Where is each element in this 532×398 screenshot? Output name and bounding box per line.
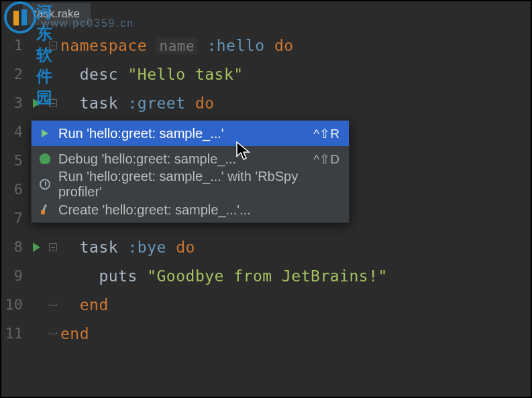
code-text: end: [60, 296, 531, 314]
run-icon: [37, 129, 53, 137]
gutter-run-icon[interactable]: [27, 98, 46, 108]
run-context-menu[interactable]: Run 'hello:greet: sample_...'^⇧RDebug 'h…: [31, 120, 350, 223]
create-icon: [37, 204, 53, 215]
code-text: task :greet do: [60, 94, 531, 112]
line-number: 6: [1, 181, 27, 198]
fold-marker[interactable]: [46, 304, 60, 306]
line-number: 3: [1, 94, 27, 111]
fold-marker[interactable]: [46, 99, 60, 107]
code-line[interactable]: 3 task :greet do: [1, 88, 531, 117]
line-number: 7: [1, 210, 27, 226]
line-number: 5: [1, 152, 27, 169]
code-line[interactable]: 11end: [1, 319, 531, 348]
fold-marker[interactable]: [46, 243, 60, 251]
debug-icon: [37, 153, 53, 164]
line-number: 8: [1, 239, 27, 255]
editor-tab[interactable]: task.rake: [23, 3, 91, 25]
menu-item-shortcut: ^⇧D: [313, 151, 339, 167]
menu-item-debug[interactable]: Debug 'hello:greet: sample_...'^⇧D: [32, 146, 349, 172]
fold-marker[interactable]: [46, 332, 60, 334]
code-text: namespace name :hello do: [60, 37, 531, 54]
code-text: desc "Hello task": [60, 66, 531, 83]
code-text: task :bye do: [60, 239, 531, 256]
line-number: 9: [1, 267, 27, 284]
menu-item-label: Run 'hello:greet: sample_...': [53, 126, 313, 141]
gutter-run-icon[interactable]: [27, 243, 46, 252]
menu-item-create[interactable]: Create 'hello:greet: sample_...'...: [32, 197, 349, 222]
editor-tab-label: task.rake: [34, 7, 80, 20]
code-line[interactable]: 10 end: [1, 290, 531, 319]
line-number: 10: [1, 296, 27, 313]
menu-item-label: Debug 'hello:greet: sample_...': [53, 151, 313, 167]
code-line[interactable]: 8 task :bye do: [1, 233, 531, 261]
menu-item-label: Run 'hello:greet: sample_...' with 'RbSp…: [53, 169, 339, 200]
svg-rect-1: [13, 11, 19, 25]
code-line[interactable]: 9 puts "Goodbye from JetBrains!": [1, 261, 531, 290]
menu-item-label: Create 'hello:greet: sample_...'...: [53, 202, 339, 218]
code-line[interactable]: 1namespace name :hello do: [1, 31, 531, 60]
code-line[interactable]: 2 desc "Hello task": [1, 60, 531, 88]
line-number: 4: [1, 123, 27, 140]
menu-item-shortcut: ^⇧R: [313, 126, 339, 141]
menu-item-run[interactable]: Run 'hello:greet: sample_...'^⇧R: [32, 121, 349, 146]
code-text: puts "Goodbye from JetBrains!": [60, 267, 531, 285]
profile-icon: [37, 179, 53, 190]
line-number: 11: [1, 325, 27, 342]
menu-item-profile[interactable]: Run 'hello:greet: sample_...' with 'RbSp…: [32, 172, 349, 197]
code-text: end: [60, 325, 531, 342]
fold-marker[interactable]: [46, 42, 60, 50]
line-number: 1: [1, 37, 27, 54]
line-number: 2: [1, 66, 27, 82]
